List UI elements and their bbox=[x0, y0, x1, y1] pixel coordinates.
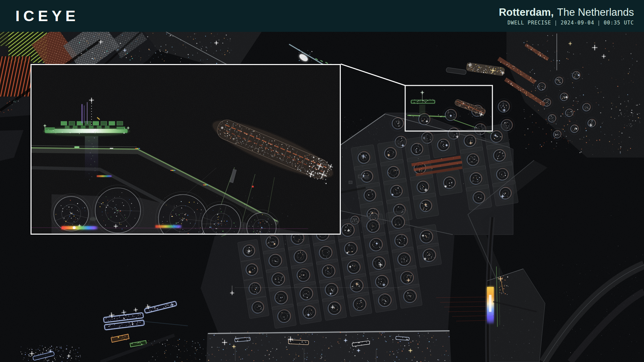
acquisition-time: 00:35 UTC bbox=[604, 20, 634, 26]
inset-scene bbox=[32, 65, 340, 234]
sar-image bbox=[0, 32, 644, 362]
inset-magnifier bbox=[31, 64, 341, 235]
separator: | bbox=[597, 20, 601, 26]
acquisition-mode: DWELL PRECISE bbox=[507, 20, 551, 26]
acquisition-date: 2024-09-04 bbox=[560, 20, 594, 26]
separator: | bbox=[554, 20, 557, 26]
location-city: Rotterdam, bbox=[499, 6, 554, 18]
header-bar: ICEYE Rotterdam,The Netherlands DWELL PR… bbox=[0, 0, 644, 32]
iceye-logo: ICEYE bbox=[15, 7, 79, 25]
inset-speckle-noise bbox=[32, 65, 340, 234]
title-block: Rotterdam,The Netherlands DWELL PRECISE|… bbox=[499, 6, 634, 26]
iceye-sar-viewer: ICEYE Rotterdam,The Netherlands DWELL PR… bbox=[0, 0, 644, 362]
location-country: The Netherlands bbox=[557, 6, 634, 18]
acquisition-meta: DWELL PRECISE|2024-09-04|00:35 UTC bbox=[507, 20, 634, 26]
page-title: Rotterdam,The Netherlands bbox=[499, 7, 634, 18]
